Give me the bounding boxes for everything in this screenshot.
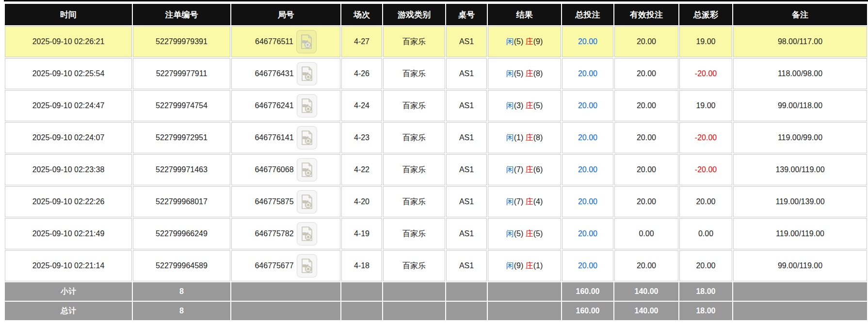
cell-result: 闲(5) 庄(8) [488,58,561,89]
result-player-label: 闲 [506,101,514,110]
cell-remark: 99.00/118.00 [733,90,867,121]
cell-payout: 20.00 [679,250,732,281]
round-id-with-video: 646775875 [255,190,317,213]
summary-row: 总计8160.00140.0018.00 [5,302,867,320]
cell-time: 2025-09-10 02:21:14 [5,250,132,281]
column-header-table_no: 桌号 [446,4,487,25]
result-player-label: 闲 [506,133,514,142]
summary-empty-remark [733,302,867,320]
column-header-bet_id: 注单编号 [133,4,230,25]
cell-time: 2025-09-10 02:22:26 [5,186,132,217]
cell-bet-id: 522799979391 [133,26,230,57]
cell-valid-bet: 20.00 [614,26,678,57]
round-id-text: 646776511 [255,37,293,46]
cell-valid-bet: 20.00 [614,58,678,89]
cell-game: 百家乐 [383,218,445,249]
cell-session: 4-20 [341,186,382,217]
cell-round-id: 646776241 [231,90,340,121]
cell-remark: 99.00/119.00 [733,250,867,281]
result-banker-score: (5) [533,101,543,110]
round-id-text: 646775875 [255,197,293,206]
round-id-text: 646776141 [255,133,293,142]
summary-empty-result [488,302,561,320]
video-replay-button[interactable] [297,94,317,117]
column-header-round_id: 局号 [231,4,340,25]
cell-remark: 119.00/119.00 [733,218,867,249]
payout-value: -20.00 [695,133,717,142]
cell-game: 百家乐 [383,122,445,153]
video-replay-button[interactable] [297,126,317,149]
summary-empty-remark [733,282,867,301]
cell-game: 百家乐 [383,26,445,57]
table-row: 2025-09-10 02:24:07522799972951646776141… [5,122,867,153]
cell-payout: -20.00 [679,58,732,89]
cell-round-id: 646776511 [231,26,340,57]
bet-history-table: 时间注单编号局号场次游戏类别桌号结果总投注有效投注总派彩备注 2025-09-1… [4,3,868,321]
summary-row: 小计8160.00140.0018.00 [5,282,867,301]
summary-empty-result [488,282,561,301]
cell-table-no: AS1 [446,218,487,249]
total-bet-value: 20.00 [578,133,597,142]
result-player-score: (5) [514,37,524,46]
result-banker-label: 庄 [526,261,533,270]
video-replay-button[interactable] [297,62,317,85]
cell-result: 闲(1) 庄(8) [488,122,561,153]
result-player-score: (9) [514,261,524,270]
round-id-text: 646776068 [255,165,293,174]
cell-valid-bet: 0.00 [614,218,678,249]
round-id-text: 646775782 [255,229,293,238]
cell-session: 4-24 [341,90,382,121]
header-row: 时间注单编号局号场次游戏类别桌号结果总投注有效投注总派彩备注 [5,4,867,25]
result-player-score: (1) [514,133,524,142]
table-row: 2025-09-10 02:22:26522799968017646775875… [5,186,867,217]
round-id-text: 646776431 [255,69,293,78]
video-file-icon [301,66,313,81]
video-replay-button[interactable] [297,254,317,277]
column-header-total_bet: 总投注 [562,4,613,25]
summary-label: 总计 [5,302,132,320]
result-player-score: (5) [514,229,524,238]
result-player-label: 闲 [506,37,514,46]
cell-total-bet: 20.00 [562,122,613,153]
video-replay-button[interactable] [296,30,317,53]
result-player-score: (7) [514,197,524,206]
cell-round-id: 646775782 [231,218,340,249]
cell-round-id: 646776068 [231,154,340,185]
video-replay-button[interactable] [297,222,317,245]
payout-value: -20.00 [695,69,717,78]
cell-payout: 20.00 [679,186,732,217]
cell-valid-bet: 20.00 [614,250,678,281]
cell-bet-id: 522799972951 [133,122,230,153]
cell-game: 百家乐 [383,90,445,121]
cell-payout: 19.00 [679,90,732,121]
result-player-label: 闲 [506,229,514,238]
summary-payout: 18.00 [679,282,732,301]
video-replay-button[interactable] [297,190,317,213]
total-bet-value: 20.00 [578,261,597,270]
summary-count: 8 [133,302,230,320]
table-row: 2025-09-10 02:26:21522799979391646776511… [5,26,867,57]
cell-remark: 98.00/117.00 [733,26,867,57]
cell-round-id: 646775875 [231,186,340,217]
cell-valid-bet: 20.00 [614,90,678,121]
cell-total-bet: 20.00 [562,186,613,217]
payout-value: 20.00 [696,261,715,270]
cell-bet-id: 522799974754 [133,90,230,121]
video-file-icon [301,162,313,178]
column-header-remark: 备注 [733,4,867,25]
video-replay-button[interactable] [297,158,317,181]
cell-round-id: 646776431 [231,58,340,89]
cell-session: 4-18 [341,250,382,281]
cell-bet-id: 522799971463 [133,154,230,185]
result-banker-label: 庄 [526,165,533,174]
summary-empty-round [231,282,340,301]
video-file-icon [301,226,313,242]
payout-value: 0.00 [698,229,713,238]
summary-empty-table [446,282,487,301]
result-banker-score: (8) [533,133,543,142]
video-file-icon [301,130,313,146]
result-player-label: 闲 [506,165,514,174]
cell-bet-id: 522799966249 [133,218,230,249]
total-bet-value: 20.00 [578,165,597,174]
round-id-text: 646776241 [255,101,293,110]
